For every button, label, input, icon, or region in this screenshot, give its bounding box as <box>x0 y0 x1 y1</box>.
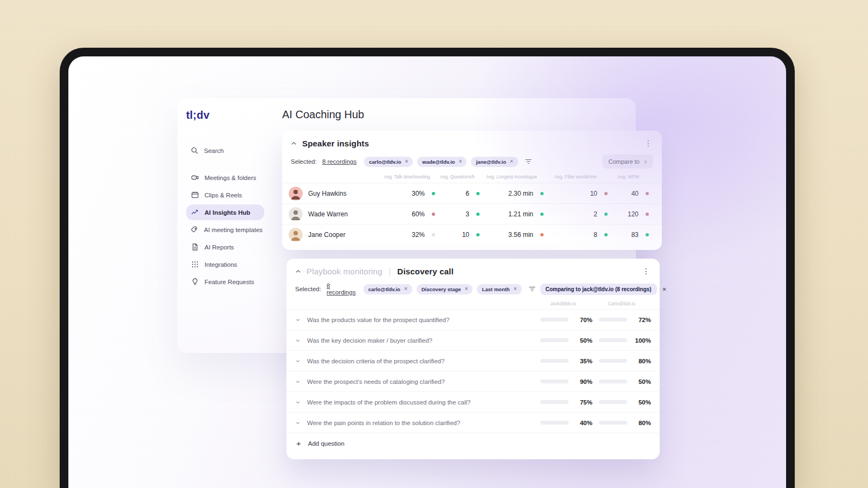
filter-chip[interactable]: carlo@tldv.io× <box>363 284 412 294</box>
compare-to-button[interactable]: Compare to › <box>602 155 653 169</box>
sidebar-item-feature-requests[interactable]: Feature Requests <box>186 274 264 290</box>
filter-chip-label: carlo@tldv.io <box>368 286 400 292</box>
question-row[interactable]: Was the decision criteria of the prospec… <box>286 350 660 371</box>
sidebar-item-label: AI Reports <box>205 244 234 251</box>
filter-icon[interactable] <box>525 158 532 165</box>
question-row[interactable]: Were the pain points in relation to the … <box>286 412 660 433</box>
question-row[interactable]: Was the key decision maker / buyer clari… <box>286 330 660 350</box>
close-icon[interactable]: × <box>510 159 513 164</box>
score-percent: 90% <box>574 378 592 385</box>
app-logo[interactable]: tl;dv <box>186 109 264 121</box>
question-row[interactable]: Was the products value for the prospect … <box>286 309 660 330</box>
sidebar-item-clips-reels[interactable]: Clips & Reels <box>186 187 264 203</box>
close-icon[interactable]: × <box>405 159 409 164</box>
sidebar-item-ai-insights-hub[interactable]: AI Insights Hub <box>186 204 264 220</box>
title-divider: | <box>389 267 391 275</box>
filter-chip-label: jane@tldv.io <box>476 159 506 165</box>
progress-track <box>599 380 627 383</box>
report-icon <box>190 243 199 251</box>
comparison-column-header: Carlo@tldv.io <box>592 301 651 306</box>
speaker-row[interactable]: Guy Hawkins30%62.30 min1040 <box>282 183 662 203</box>
filter-icon[interactable] <box>528 286 536 292</box>
metric-value: 30% <box>412 190 425 197</box>
sidebar-item-label: AI Insights Hub <box>205 209 250 216</box>
chevron-down-icon[interactable] <box>295 379 307 384</box>
filter-chip[interactable]: wade@tldv.io× <box>417 157 467 167</box>
question-row[interactable]: Were the prospect's needs of cataloging … <box>286 371 660 391</box>
score-percent: 50% <box>574 337 592 344</box>
filter-chip[interactable]: carlo@tldv.io× <box>364 157 413 167</box>
avatar <box>289 207 303 221</box>
search-button[interactable]: Search <box>186 146 264 155</box>
close-icon[interactable]: × <box>514 286 517 292</box>
progress-track <box>540 338 569 342</box>
selected-count[interactable]: 8 recordings <box>322 158 356 165</box>
filter-chip[interactable]: jane@tldv.io× <box>471 157 518 167</box>
kebab-menu-icon[interactable]: ⋮ <box>642 138 654 148</box>
score-bar-group: 40% <box>534 420 592 426</box>
sidebar-item-ai-reports[interactable]: AI Reports <box>186 239 264 255</box>
selected-count[interactable]: 8 recordings <box>327 282 356 296</box>
sidebar-item-meetings-folders[interactable]: Meetings & folders <box>186 170 264 185</box>
metric-value: 8 <box>593 231 597 239</box>
speaker-row[interactable]: Jane Cooper32%103.56 min883 <box>282 224 662 245</box>
speaker-filter-row: Selected:8 recordings carlo@tldv.io×wade… <box>282 148 662 169</box>
metric-value: 60% <box>412 210 425 218</box>
question-row[interactable]: Were the impacts of the problem discusse… <box>286 391 660 412</box>
column-header: Avg. Longest monologue <box>480 174 544 179</box>
chevron-down-icon[interactable] <box>295 338 307 343</box>
playbook-title-muted: Playbook monitoring <box>307 267 382 276</box>
filter-chip[interactable]: Last month× <box>477 284 521 294</box>
close-icon[interactable]: × <box>459 159 462 164</box>
score-percent: 35% <box>574 358 592 364</box>
speaker-column-headers: Avg. Talk time/meetingAvg. Questions/hAv… <box>282 169 662 179</box>
chevron-down-icon[interactable] <box>295 317 307 323</box>
progress-track <box>540 359 569 363</box>
metric-cell: 32% <box>379 231 435 239</box>
question-text: Was the decision criteria of the prospec… <box>307 358 534 364</box>
progress-track <box>540 318 569 322</box>
collapse-chevron-up-icon[interactable] <box>291 140 297 146</box>
sidebar-item-integrations[interactable]: Integrations <box>186 256 264 272</box>
insights-icon <box>190 208 199 216</box>
collapse-chevron-up-icon[interactable] <box>295 268 301 274</box>
close-icon[interactable]: × <box>404 286 407 292</box>
filter-chip[interactable]: Discovery stage× <box>417 284 473 294</box>
score-percent: 50% <box>633 378 651 385</box>
chevron-down-icon[interactable] <box>295 358 307 364</box>
metric-value: 3.56 min <box>508 231 533 239</box>
metric-cell: 3 <box>435 210 480 218</box>
metric-value: 10 <box>590 190 597 197</box>
filter-chip-label: Discovery stage <box>422 286 461 292</box>
question-text: Were the pain points in relation to the … <box>307 420 534 426</box>
comparing-chip[interactable]: Comparing to jack@tldv.io (8 recordings) <box>540 284 657 295</box>
camera-icon <box>190 174 199 182</box>
speaker-row[interactable]: Wade Warren60%31.21 min2120 <box>282 203 662 224</box>
score-percent: 100% <box>633 337 651 344</box>
sidebar-item-ai-meeting-templates[interactable]: AI meeting templates <box>186 222 264 237</box>
score-percent: 50% <box>633 399 651 406</box>
progress-track <box>540 380 569 383</box>
avatar <box>289 187 303 201</box>
progress-track <box>599 359 627 363</box>
kebab-menu-icon[interactable]: ⋮ <box>640 266 652 276</box>
close-icon[interactable]: × <box>465 286 468 292</box>
chevron-down-icon[interactable] <box>295 420 307 426</box>
speaker-card-title: Speaker insights <box>302 139 369 148</box>
chevron-down-icon[interactable] <box>295 400 307 405</box>
search-icon <box>190 146 199 155</box>
question-text: Was the products value for the prospect … <box>307 317 534 323</box>
score-bar-group: 100% <box>592 337 651 344</box>
search-label: Search <box>204 147 224 154</box>
score-percent: 75% <box>574 399 592 406</box>
score-bar-group: 80% <box>592 420 651 426</box>
metric-value: 1.21 min <box>508 210 533 218</box>
metric-cell: 10 <box>435 231 480 239</box>
filter-chip-label: carlo@tldv.io <box>369 159 401 165</box>
playbook-title: Discovery call <box>397 267 454 276</box>
sidebar-menu: Meetings & foldersClips & ReelsAI Insigh… <box>186 170 264 290</box>
score-percent: 40% <box>574 420 592 426</box>
close-icon[interactable]: × <box>662 286 667 293</box>
add-question-button[interactable]: + Add question <box>286 433 660 453</box>
metric-cell: 6 <box>435 190 480 197</box>
